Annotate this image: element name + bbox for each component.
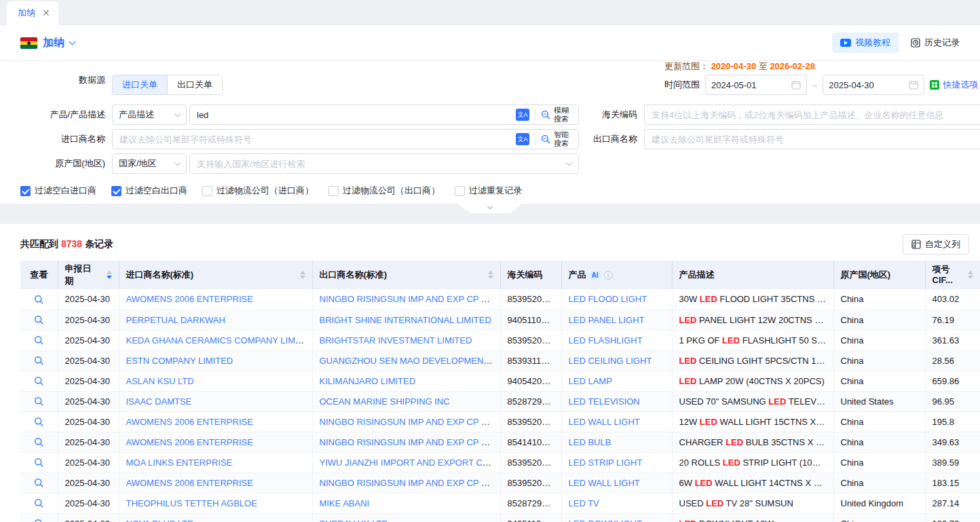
col-label: 进口商名称(标准)	[126, 269, 194, 281]
view-detail-button[interactable]	[34, 335, 44, 346]
exporter-link[interactable]: YIWU JIANZHI IMPORT AND EXPORT CO LTD	[320, 458, 501, 468]
importer-link[interactable]: AWOMENS 2006 ENTERPRISE	[126, 437, 253, 447]
origin-country-input[interactable]	[190, 154, 567, 173]
product-type-select[interactable]: 产品描述	[112, 105, 187, 125]
sort-value[interactable]	[964, 271, 973, 279]
checkbox-unchecked-icon[interactable]	[455, 186, 465, 196]
fuzzy-search-button[interactable]: 模糊搜索	[535, 106, 578, 123]
exporter-link[interactable]: BRIGHTSTAR INVESTMENT LIMITED	[320, 335, 472, 346]
filter-checkbox-4[interactable]: 过滤重复记录	[455, 185, 522, 197]
col-importer[interactable]: 进口商名称(标准)	[119, 261, 312, 289]
product-link[interactable]: LED WALL LIGHT	[569, 417, 640, 427]
tab-ghana[interactable]: 加纳 ✕	[7, 1, 58, 25]
product-link[interactable]: LED DOWNLIGHT	[569, 519, 642, 522]
smart-search-button[interactable]: 智能搜索	[535, 130, 578, 147]
product-link[interactable]: LED WALL LIGHT	[569, 478, 640, 488]
view-detail-button[interactable]	[34, 458, 44, 468]
end-date-input[interactable]: 2025-04-30	[823, 75, 924, 95]
translate-icon[interactable]: 文A	[516, 109, 529, 121]
view-detail-button[interactable]	[34, 417, 44, 427]
product-link[interactable]: LED PANEL LIGHT	[569, 315, 645, 325]
checkbox-unchecked-icon[interactable]	[328, 186, 339, 196]
sort-date[interactable]	[102, 271, 112, 279]
product-link[interactable]: LED TELEVISION	[569, 396, 640, 407]
view-detail-button[interactable]	[34, 478, 44, 488]
exporter-link[interactable]: NINGBO RISINGSUN IMP AND EXP CP LTD	[320, 437, 497, 447]
exporter-link[interactable]: OCEAN MARINE SHIPPING INC	[320, 396, 450, 407]
cell-origin: United States	[833, 391, 925, 411]
exporter-link[interactable]: MIKE ABANI	[320, 498, 370, 508]
cell-origin: China	[833, 411, 925, 432]
video-tutorial-button[interactable]: 视频教程	[832, 33, 899, 53]
origin-type-select[interactable]: 国家/地区	[112, 153, 187, 174]
filter-checkbox-0[interactable]: 过滤空白进口商	[20, 185, 96, 197]
importer-link[interactable]: THEOPHILUS TETTEH AGBLOE	[126, 498, 257, 508]
product-link[interactable]: LED FLASHLIGHT	[569, 335, 643, 346]
importer-link[interactable]: ISAAC DAMTSE	[126, 396, 192, 407]
importer-link[interactable]: ESTN COMPANY LIMITED	[126, 356, 233, 366]
col-declaration-date[interactable]: 申报日期	[58, 261, 119, 289]
view-detail-button[interactable]	[34, 396, 44, 407]
importer-link[interactable]: PERPETUAL DARKWAH	[126, 315, 225, 325]
tab-close-icon[interactable]: ✕	[42, 8, 50, 18]
info-icon[interactable]: i	[604, 271, 613, 280]
tab-export-declarations[interactable]: 出口关单	[167, 75, 222, 94]
cell-date: 2025-04-30	[58, 472, 119, 493]
filter-checkbox-1[interactable]: 过滤空白出口商	[111, 185, 187, 197]
view-detail-button[interactable]	[34, 498, 44, 508]
product-link[interactable]: LED LAMP	[569, 376, 612, 386]
product-link[interactable]: LED BULB	[569, 437, 611, 447]
product-link[interactable]: LED CEILING LIGHT	[569, 356, 652, 366]
exporter-link[interactable]: NINGBO RISINGSUN IMP AND EXP CP LTD	[320, 478, 497, 488]
filter-checkbox-3[interactable]: 过滤物流公司（出口商）	[328, 185, 440, 197]
customize-columns-button[interactable]: 自定义列	[903, 234, 969, 255]
sort-importer[interactable]	[296, 271, 305, 279]
start-date-input[interactable]: 2024-05-01	[705, 75, 807, 95]
exporter-link[interactable]: NINGBO RISINGSUN IMP AND EXP CP LTD	[320, 417, 497, 427]
view-detail-button[interactable]	[34, 295, 44, 305]
history-button[interactable]: 历史记录	[911, 37, 960, 49]
exporter-link[interactable]: GUANGZHOU SEN MAO DEVELOPMENT C...	[320, 356, 501, 366]
importer-link[interactable]: AWOMENS 2006 ENTERPRISE	[126, 417, 253, 427]
tab-import-declarations[interactable]: 进口关单	[113, 75, 167, 94]
country-selector[interactable]: ★ 加纳	[20, 36, 75, 50]
view-detail-button[interactable]	[34, 315, 44, 325]
product-keyword-input[interactable]	[190, 105, 516, 124]
exporter-name-input[interactable]	[645, 130, 980, 149]
quick-options-button[interactable]: 快捷选项	[930, 79, 978, 91]
col-value[interactable]: 项号CIF...	[925, 261, 980, 289]
view-detail-button[interactable]	[34, 519, 44, 522]
checkbox-checked-icon[interactable]	[20, 186, 31, 196]
exporter-link[interactable]: SHERAV HK LTD	[320, 519, 388, 522]
sort-exporter[interactable]	[484, 271, 493, 279]
importer-link[interactable]: NOVA PLUS LTD	[126, 519, 194, 522]
filter-checkbox-2[interactable]: 过滤物流公司（进口商）	[202, 185, 314, 197]
product-link[interactable]: LED TV	[569, 498, 599, 508]
checkbox-unchecked-icon[interactable]	[202, 186, 212, 196]
translate-icon[interactable]: 文A	[516, 133, 529, 145]
hs-code-input[interactable]	[645, 105, 980, 124]
importer-link[interactable]: AWOMENS 2006 ENTERPRISE	[126, 478, 253, 488]
cell-description: 12W LED WALL LIGHT 15CTNS X 40P...	[672, 411, 833, 432]
data-source-label: 数据源	[20, 74, 105, 86]
table-row: 2025-04-30 THEOPHILUS TETTEH AGBLOE MIKE…	[20, 493, 980, 513]
col-exporter[interactable]: 出口商名称(标准)	[312, 261, 500, 289]
exporter-link[interactable]: BRIGHT SHINE INTERNATIONAL LIMITED	[320, 315, 491, 325]
product-link[interactable]: LED STRIP LIGHT	[569, 458, 643, 468]
checkbox-label: 过滤物流公司（出口商）	[343, 185, 440, 197]
view-detail-button[interactable]	[34, 437, 44, 447]
view-detail-button[interactable]	[34, 356, 44, 366]
product-link[interactable]: LED FLOOD LIGHT	[569, 294, 647, 304]
importer-link[interactable]: AWOMENS 2006 ENTERPRISE	[126, 294, 253, 304]
importer-name-input[interactable]	[113, 130, 516, 149]
exporter-link[interactable]: KILIMANJARO LIMITED	[320, 376, 416, 386]
importer-link[interactable]: ASLAN KSU LTD	[126, 376, 194, 386]
collapse-filters-button[interactable]	[457, 204, 523, 213]
results-table: 查看 申报日期 进口商名称(标准) 出口商名称(标准) 海关编码 产品 AI	[20, 261, 980, 522]
checkbox-checked-icon[interactable]	[111, 186, 121, 196]
importer-link[interactable]: MOA LINKS ENTERPRISE	[126, 458, 233, 468]
importer-link[interactable]: KEDA GHANA CERAMICS COMPANY LIMITED	[126, 335, 313, 346]
exporter-link[interactable]: NINGBO RISINGSUN IMP AND EXP CP LTD	[320, 294, 497, 304]
view-detail-button[interactable]	[34, 376, 44, 386]
cell-hs-code: 8539520000	[500, 472, 561, 493]
